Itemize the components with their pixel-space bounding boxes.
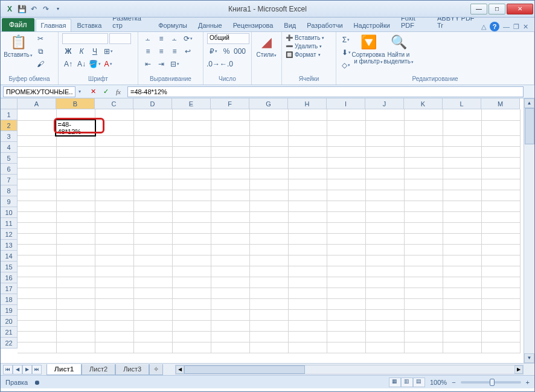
cell-K15[interactable]	[404, 266, 443, 277]
cell-M4[interactable]	[481, 146, 520, 157]
cell-E15[interactable]	[172, 266, 211, 277]
cell-M19[interactable]	[481, 309, 520, 320]
cell-E19[interactable]	[172, 309, 211, 320]
cells[interactable]: =48-48*12%	[18, 109, 524, 363]
cell-B2[interactable]: =48-48*12%	[56, 120, 95, 135]
cell-L5[interactable]	[443, 157, 481, 168]
cell-K5[interactable]	[404, 157, 443, 168]
cell-H20[interactable]	[288, 320, 327, 331]
cell-A14[interactable]	[18, 255, 56, 266]
cell-H10[interactable]	[288, 211, 327, 222]
scroll-left-icon[interactable]: ◀	[176, 365, 184, 374]
page-layout-view-icon[interactable]: ▥	[401, 378, 413, 387]
cell-D15[interactable]	[133, 266, 172, 277]
cell-G22[interactable]	[249, 342, 288, 353]
cell-F5[interactable]	[211, 157, 249, 168]
cell-F14[interactable]	[211, 255, 249, 266]
cell-E13[interactable]	[172, 244, 211, 255]
cell-E22[interactable]	[172, 342, 211, 353]
row-header-14[interactable]: 14	[1, 251, 18, 262]
cell-J18[interactable]	[365, 298, 404, 309]
decrease-decimal-icon[interactable]: ←.0	[220, 59, 232, 69]
cell-G7[interactable]	[249, 179, 288, 190]
cell-C19[interactable]	[95, 309, 133, 320]
cell-H7[interactable]	[288, 179, 327, 190]
cell-M14[interactable]	[481, 255, 520, 266]
align-middle-icon[interactable]: ≡	[155, 33, 167, 44]
cell-A12[interactable]	[18, 233, 56, 244]
cell-E14[interactable]	[172, 255, 211, 266]
tab-data[interactable]: Данные	[193, 19, 228, 31]
cell-C14[interactable]	[95, 255, 133, 266]
cell-E8[interactable]	[172, 190, 211, 201]
cell-B5[interactable]	[56, 157, 95, 168]
find-select-button[interactable]: 🔍 Найти и выделить	[385, 33, 412, 65]
cell-I9[interactable]	[327, 201, 365, 211]
cell-E10[interactable]	[172, 211, 211, 222]
cell-G1[interactable]	[249, 109, 288, 120]
cell-I16[interactable]	[327, 277, 365, 288]
cell-D13[interactable]	[133, 244, 172, 255]
cell-C16[interactable]	[95, 277, 133, 288]
cell-L9[interactable]	[443, 201, 481, 211]
page-break-view-icon[interactable]: ▤	[413, 378, 425, 387]
cell-H6[interactable]	[288, 168, 327, 179]
col-header-C[interactable]: C	[95, 98, 133, 109]
fill-icon[interactable]: ⬇	[340, 47, 352, 58]
cell-H14[interactable]	[288, 255, 327, 266]
cell-M11[interactable]	[481, 222, 520, 233]
scroll-down-icon[interactable]: ▼	[524, 353, 534, 363]
cell-D16[interactable]	[133, 277, 172, 288]
cell-C22[interactable]	[95, 342, 133, 353]
cell-D20[interactable]	[133, 320, 172, 331]
font-color-button[interactable]: A	[102, 59, 114, 69]
cell-K9[interactable]	[404, 201, 443, 211]
cell-I18[interactable]	[327, 298, 365, 309]
cell-I12[interactable]	[327, 233, 365, 244]
cell-C10[interactable]	[95, 211, 133, 222]
align-top-icon[interactable]: ⫠	[142, 33, 154, 44]
cell-J12[interactable]	[365, 233, 404, 244]
cell-C1[interactable]	[95, 109, 133, 120]
cell-H21[interactable]	[288, 331, 327, 342]
cell-F11[interactable]	[211, 222, 249, 233]
row-header-10[interactable]: 10	[1, 207, 18, 218]
insert-cells-button[interactable]: ➕Вставить▾	[286, 34, 324, 41]
cell-I13[interactable]	[327, 244, 365, 255]
cell-I20[interactable]	[327, 320, 365, 331]
cell-J19[interactable]	[365, 309, 404, 320]
undo-icon[interactable]: ↶	[28, 4, 39, 14]
cell-J20[interactable]	[365, 320, 404, 331]
cell-J2[interactable]	[365, 120, 404, 135]
cell-D21[interactable]	[133, 331, 172, 342]
cell-G4[interactable]	[249, 146, 288, 157]
formula-input[interactable]: =48-48*12%	[127, 86, 524, 97]
cell-I10[interactable]	[327, 211, 365, 222]
cell-H5[interactable]	[288, 157, 327, 168]
cell-F18[interactable]	[211, 298, 249, 309]
row-header-2[interactable]: 2	[1, 120, 18, 131]
row-header-15[interactable]: 15	[1, 262, 18, 272]
cell-D12[interactable]	[133, 233, 172, 244]
font-name-combo[interactable]	[62, 33, 108, 44]
align-right-icon[interactable]: ≡	[168, 46, 181, 57]
cell-J21[interactable]	[365, 331, 404, 342]
cell-H2[interactable]	[288, 120, 327, 135]
cell-J15[interactable]	[365, 266, 404, 277]
cell-F7[interactable]	[211, 179, 249, 190]
row-header-17[interactable]: 17	[1, 283, 18, 294]
cell-G12[interactable]	[249, 233, 288, 244]
cell-J16[interactable]	[365, 277, 404, 288]
help-icon[interactable]: ?	[490, 22, 499, 31]
cell-B10[interactable]	[56, 211, 95, 222]
cell-D17[interactable]	[133, 288, 172, 298]
cell-D19[interactable]	[133, 309, 172, 320]
cell-F8[interactable]	[211, 190, 249, 201]
save-icon[interactable]: 💾	[16, 4, 27, 14]
cell-B22[interactable]	[56, 342, 95, 353]
cell-A8[interactable]	[18, 190, 56, 201]
cell-A5[interactable]	[18, 157, 56, 168]
col-header-K[interactable]: K	[404, 98, 443, 109]
cell-H19[interactable]	[288, 309, 327, 320]
cell-J4[interactable]	[365, 146, 404, 157]
